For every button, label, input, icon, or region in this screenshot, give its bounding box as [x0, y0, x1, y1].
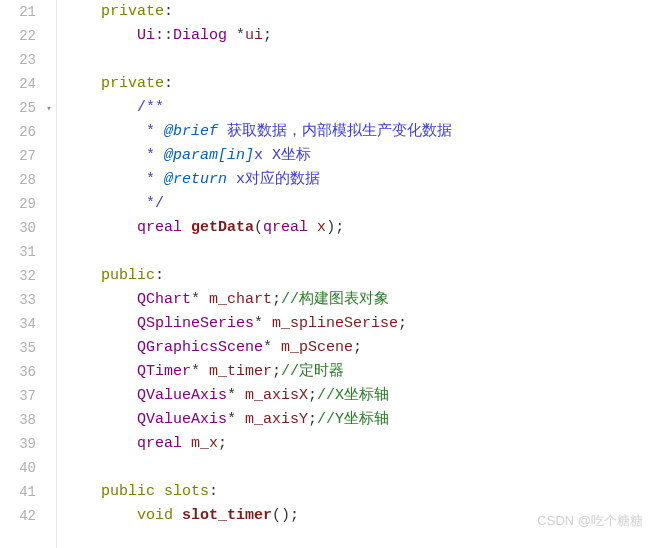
- token: m_pScene: [281, 339, 353, 356]
- code-line[interactable]: * @brief 获取数据，内部模拟生产变化数据: [65, 120, 661, 144]
- fold-toggle-icon[interactable]: ▾: [43, 103, 55, 114]
- code-line[interactable]: QValueAxis* m_axisX;//X坐标轴: [65, 384, 661, 408]
- token: [65, 435, 137, 452]
- token: ;: [398, 315, 407, 332]
- code-line[interactable]: * @return x对应的数据: [65, 168, 661, 192]
- token: //X坐标轴: [317, 387, 389, 404]
- token: @return: [164, 171, 227, 188]
- token: 获取数据，内部模拟生产变化数据: [218, 123, 452, 140]
- line-number: 40: [0, 456, 36, 480]
- token: qreal: [137, 219, 182, 236]
- token: m_x: [191, 435, 218, 452]
- token: getData: [191, 219, 254, 236]
- token: [65, 315, 137, 332]
- code-line[interactable]: [65, 240, 661, 264]
- code-line[interactable]: QChart* m_chart;//构建图表对象: [65, 288, 661, 312]
- token: [182, 435, 191, 452]
- line-number: 25: [0, 96, 36, 120]
- token: :: [155, 267, 164, 284]
- code-line[interactable]: void slot_timer();: [65, 504, 661, 528]
- token: ();: [272, 507, 299, 524]
- token: ;: [272, 363, 281, 380]
- token: [308, 219, 317, 236]
- code-line[interactable]: private:: [65, 72, 661, 96]
- token: m_chart: [209, 291, 272, 308]
- token: x X坐标: [254, 147, 311, 164]
- code-line[interactable]: public slots:: [65, 480, 661, 504]
- code-line[interactable]: QTimer* m_timer;//定时器: [65, 360, 661, 384]
- token: [155, 483, 164, 500]
- code-line[interactable]: QSplineSeries* m_splineSerise;: [65, 312, 661, 336]
- token: x对应的数据: [227, 171, 320, 188]
- token: ;: [308, 411, 317, 428]
- line-number: 35: [0, 336, 36, 360]
- token: [65, 3, 101, 20]
- token: [65, 195, 146, 212]
- line-number: 26: [0, 120, 36, 144]
- token: :: [209, 483, 218, 500]
- line-number: 29: [0, 192, 36, 216]
- token: [65, 291, 137, 308]
- token: QValueAxis: [137, 411, 227, 428]
- token: private: [101, 75, 164, 92]
- token: //定时器: [281, 363, 344, 380]
- token: ::: [155, 27, 173, 44]
- code-line[interactable]: public:: [65, 264, 661, 288]
- code-line[interactable]: Ui::Dialog *ui;: [65, 24, 661, 48]
- code-line[interactable]: private:: [65, 0, 661, 24]
- token: [65, 363, 137, 380]
- code-line[interactable]: [65, 48, 661, 72]
- code-line[interactable]: qreal m_x;: [65, 432, 661, 456]
- token: );: [326, 219, 344, 236]
- code-area[interactable]: private: Ui::Dialog *ui; private: /** * …: [57, 0, 661, 548]
- token: void: [137, 507, 173, 524]
- line-number: 34: [0, 312, 36, 336]
- token: ;: [308, 387, 317, 404]
- line-number: 36: [0, 360, 36, 384]
- token: [65, 27, 137, 44]
- token: *: [191, 363, 209, 380]
- line-number: 33: [0, 288, 36, 312]
- token: [65, 99, 137, 116]
- code-line[interactable]: qreal getData(qreal x);: [65, 216, 661, 240]
- token: QSplineSeries: [137, 315, 254, 332]
- token: ;: [218, 435, 227, 452]
- code-line[interactable]: * @param[in]x X坐标: [65, 144, 661, 168]
- token: qreal: [137, 435, 182, 452]
- line-number: 23: [0, 48, 36, 72]
- token: m_axisY: [245, 411, 308, 428]
- token: [65, 75, 101, 92]
- line-number: 22: [0, 24, 36, 48]
- token: [65, 123, 146, 140]
- code-line[interactable]: [65, 456, 661, 480]
- code-line[interactable]: /**: [65, 96, 661, 120]
- line-number: 27: [0, 144, 36, 168]
- token: //Y坐标轴: [317, 411, 389, 428]
- line-number: 39: [0, 432, 36, 456]
- token: *: [227, 27, 245, 44]
- token: QGraphicsScene: [137, 339, 263, 356]
- token: *: [227, 411, 245, 428]
- token: ;: [353, 339, 362, 356]
- token: ;: [272, 291, 281, 308]
- token: /**: [137, 99, 164, 116]
- token: [65, 147, 146, 164]
- token: [65, 171, 146, 188]
- token: *: [263, 339, 281, 356]
- token: m_axisX: [245, 387, 308, 404]
- line-number: 24: [0, 72, 36, 96]
- line-number: 21: [0, 0, 36, 24]
- token: QTimer: [137, 363, 191, 380]
- line-number: 31: [0, 240, 36, 264]
- token: m_splineSerise: [272, 315, 398, 332]
- code-line[interactable]: QGraphicsScene* m_pScene;: [65, 336, 661, 360]
- line-number: 41: [0, 480, 36, 504]
- token: [65, 387, 137, 404]
- code-line[interactable]: QValueAxis* m_axisY;//Y坐标轴: [65, 408, 661, 432]
- code-line[interactable]: */: [65, 192, 661, 216]
- line-number: 42: [0, 504, 36, 528]
- token: m_timer: [209, 363, 272, 380]
- token: //构建图表对象: [281, 291, 389, 308]
- line-number: 28: [0, 168, 36, 192]
- token: *: [146, 123, 164, 140]
